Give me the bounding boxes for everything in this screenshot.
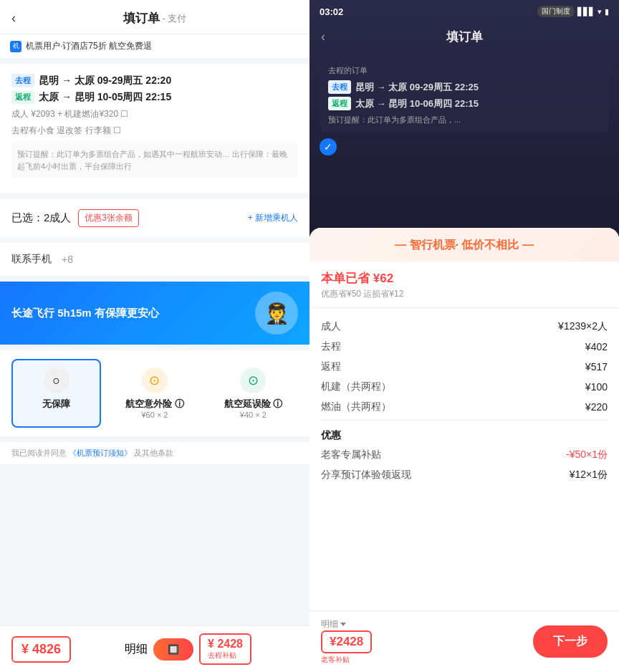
- battery-icon: ▮: [605, 7, 609, 16]
- price-row-return: 返程 ¥517: [321, 357, 608, 377]
- price-breakdown: 成人 ¥1239×2人 去程 ¥402 返程 ¥517 机建（共两程） ¥100…: [310, 311, 619, 491]
- chevron-down-icon: [340, 623, 346, 626]
- price-row-adult: 成人 ¥1239×2人: [321, 317, 608, 337]
- detail-btn-label: 🔲: [168, 644, 179, 655]
- contact-label: 联系手机: [11, 253, 62, 266]
- left-panel: ‹ 填订单 - 支付 机 机票用户·订酒店75折 航空免费退 去程 昆明 → 太…: [0, 0, 310, 672]
- price-panel: — 智行机票· 低价不相比 — 本单已省 ¥62 优惠省¥50 运损省¥12 成…: [310, 228, 619, 672]
- detail-sub: 去程补贴: [208, 651, 243, 661]
- panel-title-highlight: 低价不相比: [461, 239, 519, 251]
- accident-price: ¥60 × 2: [117, 411, 192, 419]
- right-return-tag: 返程: [328, 97, 351, 110]
- share-label: 分享预订体验领返现: [321, 469, 411, 481]
- divider-1: [310, 307, 619, 308]
- left-footer-controls: 明细 🔲 ¥ 2428 去程补贴: [78, 633, 298, 665]
- contact-section: 联系手机: [0, 243, 310, 276]
- insurance-option-accident[interactable]: ⊙ 航空意外险 ⓘ ¥60 × 2: [110, 359, 199, 428]
- wifi-icon: ▾: [598, 7, 602, 16]
- insurance-options: ○ 无保障 ⊙ 航空意外险 ⓘ ¥60 × 2 ⊙ 航空延误险 ⓘ ¥40 × …: [0, 350, 310, 436]
- left-footer: ¥ 4826 明细 🔲 ¥ 2428 去程补贴: [0, 625, 310, 672]
- outbound-route: 昆明 → 太原 09-29周五 22:20: [39, 75, 171, 87]
- insurance-option-none[interactable]: ○ 无保障: [11, 359, 101, 428]
- left-title: 填订单: [123, 10, 160, 27]
- panel-title-prefix: — 智行机票·: [395, 239, 459, 251]
- phone-prefix[interactable]: [62, 254, 298, 265]
- right-total-sub: 老客补贴: [321, 655, 372, 665]
- right-total-price: ¥2428: [321, 630, 372, 653]
- insurance-banner-title: 长途飞行 5h15m 有保障更安心: [11, 307, 159, 320]
- delay-icon: ⊙: [240, 368, 266, 393]
- detail-price: ¥ 2428: [208, 638, 243, 651]
- left-total-price: ¥ 4826: [11, 636, 71, 663]
- right-back-button[interactable]: ‹: [321, 29, 325, 44]
- detail-price-box: ¥ 2428 去程补贴: [199, 633, 251, 665]
- old-customer-value: -¥50×1份: [566, 448, 608, 461]
- fuel-value: ¥220: [585, 401, 608, 413]
- old-customer-label: 老客专属补贴: [321, 448, 381, 461]
- checkmark-icon: ✓: [320, 138, 337, 155]
- savings-value: ¥62: [373, 272, 393, 285]
- delay-name: 航空延误险 ⓘ: [216, 398, 291, 411]
- share-value: ¥12×1份: [570, 469, 608, 481]
- airport-label: 机建（共两程）: [321, 380, 391, 393]
- terms-link[interactable]: 《机票预订须知》: [69, 448, 132, 457]
- status-icons: 国门制度 ▋▋▋ ▾ ▮: [537, 6, 609, 17]
- right-outbound-row: 去程 昆明 → 太原 09-29周五 22:25: [328, 80, 600, 94]
- left-subtitle: - 支付: [163, 12, 187, 25]
- outbound-value: ¥402: [585, 341, 608, 352]
- right-sub-label: 去程的订单: [328, 65, 600, 76]
- price-panel-title: — 智行机票· 低价不相比 —: [321, 238, 608, 253]
- promo-banner: 机 机票用户·订酒店75折 航空免费退: [0, 34, 310, 58]
- price-row-outbound: 去程 ¥402: [321, 337, 608, 357]
- price-panel-header: — 智行机票· 低价不相比 —: [310, 228, 619, 261]
- right-outbound-tag: 去程: [328, 80, 351, 94]
- flight-card: 去程 昆明 → 太原 09-29周五 22:20 返程 太原 → 昆明 10-0…: [0, 64, 310, 193]
- panel-title-suffix: —: [522, 239, 534, 251]
- savings-amount: 本单已省 ¥62: [321, 270, 608, 287]
- flight-price: 成人 ¥2093 + 机建燃油¥320 ☐: [11, 108, 298, 120]
- savings-label: 本单已省: [321, 272, 370, 285]
- right-return-row: 返程 太原 → 昆明 10-06周四 22:15: [328, 97, 600, 110]
- left-header: ‹ 填订单 - 支付: [0, 0, 310, 34]
- right-notice: 预订提醒：此订单为多票组合产品，...: [328, 115, 600, 125]
- carrier-label: 国门制度: [537, 6, 575, 17]
- price-row-fuel: 燃油（共两程） ¥220: [321, 397, 608, 417]
- flight-notice: 预订提醒：此订单为多票组合产品，如遇其中一程航班安动… 出行保障：最晚起飞前4小…: [11, 143, 298, 178]
- insurance-option-delay[interactable]: ⊙ 航空延误险 ⓘ ¥40 × 2: [208, 359, 298, 428]
- insurance-person-icon: 🧑‍✈️: [255, 292, 298, 335]
- flight-options: 去程有小食 退改签 行李额 ☐: [11, 125, 298, 137]
- adult-value: ¥1239×2人: [558, 320, 608, 333]
- accident-icon: ⊙: [142, 368, 168, 393]
- left-back-button[interactable]: ‹: [11, 11, 16, 26]
- savings-banner: 本单已省 ¥62 优惠省¥50 运损省¥12: [310, 261, 619, 304]
- right-return-route: 太原 → 昆明 10-06周四 22:15: [355, 97, 479, 110]
- fuel-label: 燃油（共两程）: [321, 400, 391, 413]
- coupon-badge[interactable]: 优惠3张余额: [78, 209, 139, 227]
- right-detail-link[interactable]: 明细: [321, 618, 372, 630]
- outbound-tag: 去程: [11, 74, 34, 87]
- add-passenger-button[interactable]: + 新增乘机人: [248, 212, 298, 224]
- right-total-section: 明细 ¥2428 老客补贴: [321, 618, 372, 665]
- price-row-airport: 机建（共两程） ¥100: [321, 377, 608, 397]
- next-button[interactable]: 下一步: [533, 625, 608, 658]
- return-label: 返程: [321, 360, 341, 373]
- right-detail-label: 明细: [321, 618, 338, 630]
- right-footer: 明细 ¥2428 老客补贴 下一步: [310, 610, 619, 672]
- return-value: ¥517: [585, 361, 608, 373]
- insurance-banner: 长途飞行 5h15m 有保障更安心 🧑‍✈️: [0, 282, 310, 345]
- promo-icon: 机: [10, 41, 21, 52]
- return-tag: 返程: [11, 90, 34, 104]
- adult-label: 成人: [321, 320, 341, 333]
- discount-section-title: 优惠: [321, 423, 608, 445]
- detail-button[interactable]: 🔲: [153, 638, 193, 661]
- outbound-flight-row: 去程 昆明 → 太原 09-29周五 22:20: [11, 74, 298, 87]
- no-insurance-icon: ○: [44, 368, 69, 393]
- delay-price: ¥40 × 2: [216, 411, 291, 419]
- signal-icon: ▋▋▋: [577, 7, 595, 16]
- no-insurance-name: 无保障: [19, 398, 94, 411]
- return-route: 太原 → 昆明 10-05周四 22:15: [39, 91, 171, 104]
- savings-detail: 优惠省¥50 运损省¥12: [321, 288, 608, 300]
- airport-value: ¥100: [585, 381, 608, 393]
- right-title: 填订单: [446, 29, 483, 45]
- accident-name: 航空意外险 ⓘ: [117, 398, 192, 411]
